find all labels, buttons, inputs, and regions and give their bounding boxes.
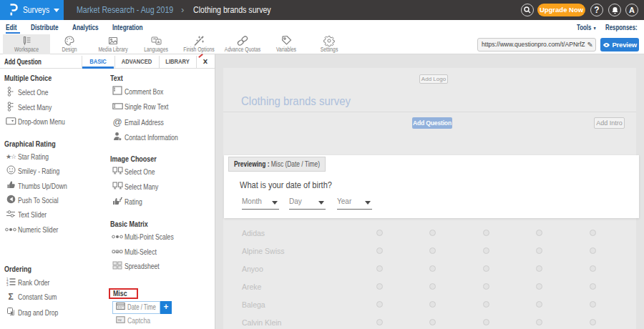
svg-text:3: 3 [6,283,9,286]
svg-text:va: va [117,318,121,322]
